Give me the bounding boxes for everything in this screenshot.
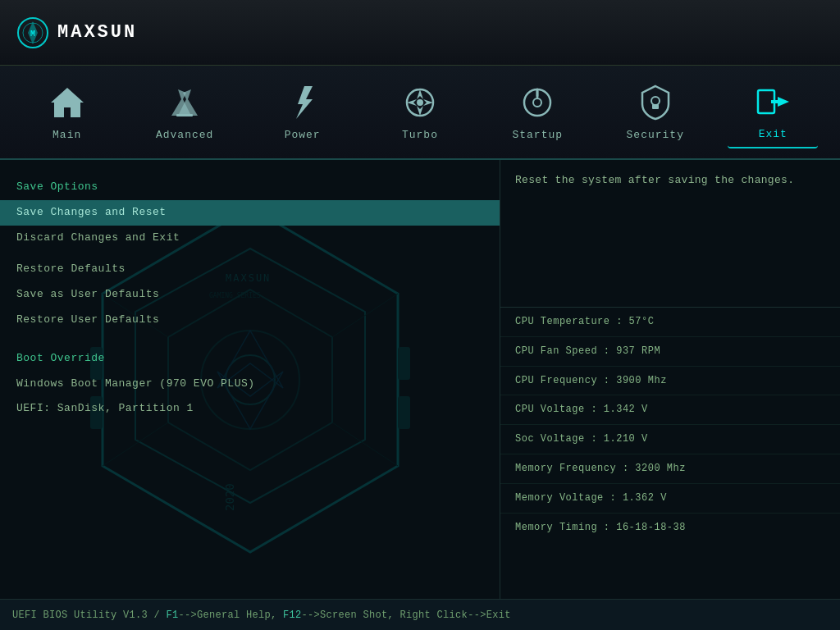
menu-section: Save Options Save Changes and Reset Disc…	[0, 175, 500, 422]
nav-item-turbo[interactable]: Turbo	[375, 76, 465, 148]
menu-item-uefi-sandisk[interactable]: UEFI: SanDisk, Partition 1	[0, 396, 500, 422]
nav-label-power: Power	[285, 129, 321, 141]
nav-label-advanced: Advanced	[156, 129, 213, 141]
stat-mem-timing: Memory Timing : 16-18-18-38	[500, 514, 840, 542]
security-icon	[636, 83, 675, 122]
svg-line-21	[103, 422, 168, 466]
menu-item-save-options: Save Options	[0, 175, 500, 200]
menu-item-restore-defaults[interactable]: Restore Defaults	[0, 257, 500, 282]
stat-cpu-freq: CPU Frequency : 3900 Mhz	[500, 367, 840, 396]
turbo-icon	[400, 83, 440, 122]
stat-cpu-fan: CPU Fan Speed : 937 RPM	[500, 337, 840, 367]
nav-label-main: Main	[52, 129, 81, 141]
home-icon	[48, 83, 87, 122]
svg-point-9	[533, 98, 541, 107]
menu-item-restore-user-defaults[interactable]: Restore User Defaults	[0, 308, 500, 333]
description-text: Reset the system after saving the change…	[515, 174, 794, 186]
navigation-bar: Main Advanced Power	[0, 66, 840, 160]
nav-item-power[interactable]: Power	[258, 76, 348, 148]
svg-point-6	[417, 99, 423, 106]
left-panel: MAXSUN GAMING SERIES 2020 Save Options S…	[0, 160, 500, 599]
menu-item-boot-override: Boot Override	[0, 346, 500, 372]
menu-item-save-changes-reset[interactable]: Save Changes and Reset	[0, 200, 500, 226]
maxsun-logo-icon: M	[16, 16, 49, 49]
tools-icon	[165, 83, 204, 122]
nav-item-main[interactable]: Main	[22, 76, 112, 148]
nav-item-startup[interactable]: Startup	[492, 76, 582, 148]
menu-item-save-user-defaults[interactable]: Save as User Defaults	[0, 282, 500, 308]
stat-cpu-voltage: CPU Voltage : 1.342 V	[500, 395, 840, 425]
status-bar-text: UEFI BIOS Utility V1.3 / F1-->General He…	[12, 609, 511, 621]
logo-area: M MAXSUN	[16, 16, 137, 49]
nav-item-security[interactable]: Security	[610, 76, 701, 148]
power-icon	[283, 83, 322, 122]
brand-name: MAXSUN	[57, 22, 137, 43]
stat-mem-voltage: Memory Voltage : 1.362 V	[500, 484, 840, 514]
stat-mem-freq: Memory Frequency : 3200 Mhz	[500, 454, 840, 484]
nav-label-startup: Startup	[512, 129, 563, 141]
stat-soc-voltage: Soc Voltage : 1.210 V	[500, 425, 840, 454]
nav-label-exit: Exit	[759, 128, 788, 140]
f12-key: F12	[283, 609, 302, 621]
svg-point-11	[651, 97, 660, 105]
exit-icon	[753, 82, 792, 121]
svg-line-22	[332, 422, 398, 466]
nav-label-turbo: Turbo	[402, 129, 438, 141]
stat-cpu-temp: CPU Temperature : 57°C	[500, 308, 840, 337]
main-content: MAXSUN GAMING SERIES 2020 Save Options S…	[0, 160, 840, 599]
nav-label-security: Security	[627, 129, 684, 141]
menu-spacer-2	[0, 333, 500, 340]
f1-key: F1	[167, 609, 179, 621]
header: M MAXSUN	[0, 0, 840, 66]
stats-box: CPU Temperature : 57°C CPU Fan Speed : 9…	[500, 308, 840, 599]
svg-rect-4	[176, 114, 193, 116]
startup-icon	[518, 83, 557, 122]
svg-text:M: M	[30, 30, 35, 39]
menu-item-windows-boot[interactable]: Windows Boot Manager (970 EVO PLUS)	[0, 372, 500, 397]
right-panel: Reset the system after saving the change…	[500, 160, 840, 599]
nav-item-exit[interactable]: Exit	[728, 75, 818, 148]
svg-rect-12	[652, 104, 659, 109]
menu-spacer-1	[0, 250, 500, 257]
svg-text:2020: 2020	[223, 483, 236, 511]
description-box: Reset the system after saving the change…	[500, 160, 840, 308]
menu-item-discard-changes-exit[interactable]: Discard Changes and Exit	[0, 226, 500, 251]
status-bar: UEFI BIOS Utility V1.3 / F1-->General He…	[0, 599, 840, 630]
nav-item-advanced[interactable]: Advanced	[139, 76, 230, 148]
